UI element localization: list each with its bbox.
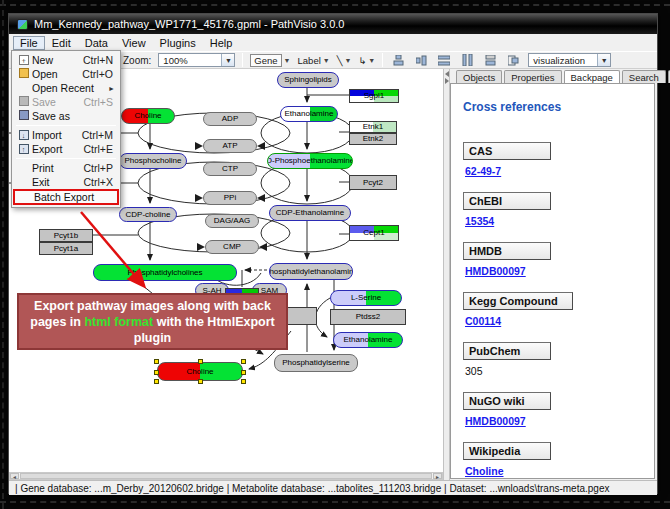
node-dag-aag[interactable]: DAG/AAG	[205, 214, 259, 228]
crossref-wikipedia-link[interactable]: Choline	[465, 465, 504, 477]
gene-node-pcyt1b[interactable]: Pcyt1b	[39, 229, 93, 242]
panel-splitter[interactable]	[443, 69, 450, 480]
crossref-cas-link[interactable]: 62-49-7	[465, 165, 501, 177]
node-phosphocholine[interactable]: Phosphocholine	[119, 153, 187, 169]
node-adp[interactable]: ADP	[203, 112, 257, 126]
statusbar-text: | Gene database: ...m_Derby_20120602.bri…	[15, 483, 609, 494]
node-phosphatidylcholines[interactable]: Phosphatidylcholines	[93, 264, 237, 281]
menu-edit[interactable]: Edit	[45, 36, 78, 50]
node-cdp-choline[interactable]: CDP-choline	[119, 207, 177, 222]
crossref-section-nugo: NuGO wiki HMDB00097	[463, 392, 654, 429]
chevron-down-icon[interactable]: ▼	[344, 57, 351, 64]
gene-node-etnk2[interactable]: Etnk2	[349, 133, 397, 145]
tab-search[interactable]: Search	[622, 70, 666, 83]
selection-handle[interactable]	[154, 379, 159, 384]
crossref-kegg-link[interactable]: C00114	[465, 315, 501, 327]
crossref-nugo-link[interactable]: HMDB00097	[465, 415, 526, 427]
distribute-horizontal-icon[interactable]	[436, 53, 452, 67]
crossref-chebi-link[interactable]: 15354	[465, 215, 494, 227]
titlebar[interactable]: Mm_Kennedy_pathway_WP1771_45176.gpml - P…	[9, 14, 657, 34]
gene-node-pcyt1a[interactable]: Pcyt1a	[39, 242, 93, 255]
collapse-left-icon[interactable]	[445, 71, 449, 77]
toolbar-separator	[242, 53, 243, 67]
align-middle-icon[interactable]	[413, 53, 429, 67]
menu-item-open-recent[interactable]: Open Recent ►	[13, 81, 119, 95]
selection-handle[interactable]	[198, 359, 203, 364]
distribute-vertical-icon[interactable]	[459, 53, 475, 67]
canvas-horizontal-scrollbar[interactable]: ◄ ►	[9, 472, 443, 480]
node-ppi[interactable]: PPi	[203, 191, 257, 205]
zoom-combobox[interactable]: 100% ▼	[158, 53, 235, 67]
menu-item-open[interactable]: Open Ctrl+O	[13, 67, 119, 81]
node-o-phosphoethanolamine[interactable]: O-Phosphoethanolamine	[267, 153, 353, 169]
new-gene-button[interactable]: Gene▼	[250, 54, 290, 67]
menu-item-save-as[interactable]: Save as	[13, 109, 119, 123]
tab-backpage[interactable]: Backpage	[564, 70, 620, 83]
node-choline[interactable]: Choline	[121, 108, 175, 124]
menu-plugins[interactable]: Plugins	[153, 36, 203, 50]
menu-file[interactable]: File	[13, 36, 45, 50]
chevron-down-icon[interactable]: ▼	[597, 54, 610, 66]
menu-separator	[16, 158, 116, 159]
selection-handle[interactable]	[154, 370, 159, 375]
visualization-combobox[interactable]: visualization ▼	[528, 53, 611, 67]
scale-icon[interactable]	[505, 53, 521, 67]
gene-node-partially-hidden[interactable]	[285, 307, 317, 325]
menu-data[interactable]: Data	[78, 36, 115, 50]
selection-handle[interactable]	[241, 379, 246, 384]
menu-view[interactable]: View	[115, 36, 153, 50]
selection-handle[interactable]	[241, 359, 246, 364]
selection-handle[interactable]	[154, 359, 159, 364]
connector-tool-button[interactable]: ↳▼	[358, 55, 375, 66]
menu-help[interactable]: Help	[203, 36, 240, 50]
scrollbar-thumb[interactable]	[20, 473, 432, 479]
selection-handle[interactable]	[198, 379, 203, 384]
node-cmp[interactable]: CMP	[205, 240, 259, 254]
node-ethanolamine[interactable]: Ethanolamine	[280, 106, 338, 122]
chevron-down-icon[interactable]: ▼	[323, 57, 330, 64]
tab-properties[interactable]: Properties	[504, 70, 561, 83]
node-l-serine[interactable]: L-Serine	[330, 290, 402, 306]
gene-node-etnk1[interactable]: Etnk1	[349, 121, 397, 133]
menu-item-import[interactable]: ↓ Import Ctrl+M	[13, 128, 119, 142]
menu-item-export[interactable]: ↑ Export Ctrl+E	[13, 142, 119, 156]
menu-item-batch-export[interactable]: Batch Export	[13, 189, 119, 205]
menu-item-save[interactable]: Save Ctrl+S	[13, 95, 119, 109]
crossref-pubchem-header: PubChem	[463, 342, 551, 360]
gene-node-pcyt2[interactable]: Pcyt2	[349, 175, 397, 190]
gene-node-cept1[interactable]: Cept1	[349, 225, 399, 241]
menu-item-new[interactable]: ＋ New Ctrl+N	[13, 53, 119, 67]
gene-node-sgpl1[interactable]: Sgpl1	[349, 89, 399, 103]
zoom-label: Zoom:	[123, 55, 151, 66]
node-phosphatidylethanolamine[interactable]: Phosphatidylethanolamine	[269, 263, 353, 280]
tab-objects[interactable]: Objects	[456, 70, 502, 83]
node-atp[interactable]: ATP	[203, 139, 257, 153]
node-choline-selected[interactable]: Choline	[157, 362, 243, 381]
expand-right-icon[interactable]	[445, 78, 449, 84]
node-ethanolamine-bottom[interactable]: Ethanolamine	[333, 332, 403, 348]
chevron-down-icon[interactable]: ▼	[221, 54, 234, 66]
gene-node-ptdss2[interactable]: Ptdss2	[330, 309, 406, 325]
pathvisio-app-icon	[17, 19, 28, 30]
stack-icon[interactable]	[482, 53, 498, 67]
menu-item-exit[interactable]: Exit Ctrl+X	[13, 175, 119, 189]
menu-item-print[interactable]: Print Ctrl+P	[13, 161, 119, 175]
line-tool-button[interactable]: ╲▼	[337, 55, 352, 66]
node-cdp-ethanolamine[interactable]: CDP-Ethanolamine	[269, 205, 351, 221]
node-ctp[interactable]: CTP	[203, 162, 257, 176]
new-label-button[interactable]: Label▼	[298, 55, 330, 66]
crossref-section-hmdb: HMDB HMDB00097	[463, 242, 654, 279]
chevron-down-icon[interactable]: ▼	[368, 57, 375, 64]
scroll-right-icon[interactable]: ►	[433, 473, 442, 479]
align-center-icon[interactable]	[390, 53, 406, 67]
backpage-panel: Cross references CAS 62-49-7 ChEBI 15354…	[450, 83, 655, 479]
chevron-down-icon[interactable]: ▼	[284, 57, 291, 64]
crossref-hmdb-link[interactable]: HMDB00097	[465, 265, 526, 277]
node-sphingolipids[interactable]: Sphingolipids	[277, 72, 339, 88]
crossref-section-cas: CAS 62-49-7	[463, 142, 654, 179]
scroll-left-icon[interactable]: ◄	[10, 473, 19, 479]
save-as-icon	[15, 110, 32, 122]
selection-handle[interactable]	[241, 370, 246, 375]
screenshot-edge-artifact	[0, 4, 670, 6]
node-phosphatidylserine[interactable]: Phosphatidylserine	[274, 354, 358, 372]
